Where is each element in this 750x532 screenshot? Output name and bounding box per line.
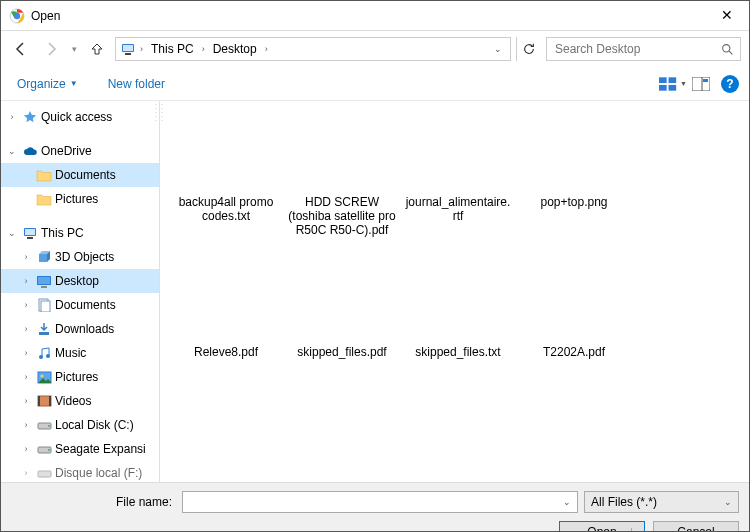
svg-rect-16 — [27, 237, 33, 239]
tree-onedrive[interactable]: ⌄OneDrive — [1, 139, 159, 163]
open-label: Open — [587, 525, 616, 532]
tree-label: Seagate Expansi — [55, 442, 146, 456]
tree-label: Downloads — [55, 322, 114, 336]
tree-this-pc[interactable]: ⌄This PC — [1, 221, 159, 245]
tree-label: Pictures — [55, 370, 98, 384]
address-bar[interactable]: › This PC › Desktop › ⌄ — [115, 37, 511, 61]
svg-rect-20 — [41, 286, 47, 288]
svg-rect-23 — [39, 332, 49, 335]
tree-disque-local[interactable]: ›Disque local (F:) — [1, 461, 159, 482]
close-button[interactable]: ✕ — [704, 1, 749, 31]
filename-dropdown[interactable]: ⌄ — [560, 497, 575, 507]
tree-label: Local Disk (C:) — [55, 418, 134, 432]
music-icon — [35, 346, 53, 360]
tree-desktop[interactable]: ›Desktop — [1, 269, 159, 293]
tree-documents[interactable]: ›Documents — [1, 293, 159, 317]
tree-label: Pictures — [55, 192, 98, 206]
tree-downloads[interactable]: ›Downloads — [1, 317, 159, 341]
search-box[interactable] — [546, 37, 741, 61]
tree-local-disk-c[interactable]: ›Local Disk (C:) — [1, 413, 159, 437]
splitter[interactable]: · ·· ·· ·· ·· · — [159, 101, 160, 482]
tree-pictures[interactable]: ›Pictures — [1, 365, 159, 389]
svg-rect-15 — [25, 229, 35, 235]
file-name: journal_alimentaire.rtf — [400, 193, 516, 225]
tree-quick-access[interactable]: ›Quick access — [1, 105, 159, 129]
svg-point-27 — [40, 374, 43, 377]
file-name: backup4all promo codes.txt — [168, 193, 284, 225]
objects3d-icon — [35, 250, 53, 264]
organize-label: Organize — [17, 77, 66, 91]
breadcrumb-sep[interactable]: › — [265, 44, 268, 54]
tree-label: Desktop — [55, 274, 99, 288]
svg-rect-3 — [123, 45, 133, 51]
tree-label: 3D Objects — [55, 250, 114, 264]
up-button[interactable] — [85, 37, 109, 61]
desktop-icon — [35, 275, 53, 288]
svg-rect-8 — [669, 77, 677, 83]
nav-row: ▾ › This PC › Desktop › ⌄ — [1, 31, 749, 67]
drive-icon — [35, 443, 53, 455]
tree-videos[interactable]: ›Videos — [1, 389, 159, 413]
file-name: skipped_files.pdf — [293, 343, 390, 361]
filename-combo[interactable]: ⌄ — [182, 491, 578, 513]
open-button[interactable]: Open▾ — [559, 521, 645, 532]
svg-rect-19 — [38, 277, 50, 284]
file-item[interactable]: skipped_files.pdf — [284, 263, 400, 413]
file-item[interactable]: pop+top.png — [516, 113, 632, 263]
preview-pane-button[interactable] — [687, 73, 715, 95]
file-item[interactable]: backup4all promo codes.txt — [168, 113, 284, 263]
svg-rect-22 — [41, 301, 50, 312]
file-item[interactable]: skipped_files.txt — [400, 263, 516, 413]
svg-rect-9 — [659, 84, 667, 90]
tree-onedrive-pictures[interactable]: Pictures — [1, 187, 159, 211]
star-icon — [21, 110, 39, 124]
help-button[interactable]: ? — [721, 75, 739, 93]
file-name: T2202A.pdf — [539, 343, 609, 361]
cloud-icon — [21, 144, 39, 158]
file-item[interactable]: Releve8.pdf — [168, 263, 284, 413]
tree-onedrive-documents[interactable]: Documents — [1, 163, 159, 187]
breadcrumb-thispc[interactable]: This PC — [147, 40, 198, 58]
refresh-button[interactable] — [516, 37, 540, 61]
address-history-dropdown[interactable]: ⌄ — [490, 44, 506, 54]
breadcrumb-desktop[interactable]: Desktop — [209, 40, 261, 58]
file-name: Releve8.pdf — [190, 343, 262, 361]
videos-icon — [35, 395, 53, 407]
tree-label: OneDrive — [41, 144, 92, 158]
cancel-button[interactable]: Cancel — [653, 521, 739, 532]
window-title: Open — [31, 9, 704, 23]
folder-icon — [35, 169, 53, 182]
tree-label: Videos — [55, 394, 91, 408]
svg-rect-30 — [49, 396, 51, 406]
organize-menu[interactable]: Organize▼ — [11, 73, 84, 95]
breadcrumb-sep[interactable]: › — [202, 44, 205, 54]
tree-seagate[interactable]: ›Seagate Expansi — [1, 437, 159, 461]
new-folder-button[interactable]: New folder — [102, 73, 171, 95]
downloads-icon — [35, 322, 53, 336]
open-split-dropdown[interactable]: ▾ — [631, 528, 640, 533]
tree-3d-objects[interactable]: ›3D Objects — [1, 245, 159, 269]
back-button[interactable] — [9, 37, 33, 61]
svg-rect-13 — [703, 79, 708, 82]
filename-input[interactable] — [185, 494, 560, 510]
search-input[interactable] — [553, 41, 715, 57]
svg-point-32 — [48, 425, 50, 427]
tree-music[interactable]: ›Music — [1, 341, 159, 365]
command-bar: Organize▼ New folder ▼ ? — [1, 67, 749, 101]
svg-rect-35 — [38, 471, 51, 477]
view-mode-button[interactable]: ▼ — [659, 73, 687, 95]
svg-point-24 — [39, 355, 43, 359]
file-list[interactable]: backup4all promo codes.txt HDD SCREW (to… — [160, 101, 749, 482]
file-item[interactable]: HDD SCREW (toshiba satellite pro R50C R5… — [284, 113, 400, 263]
filetype-filter[interactable]: All Files (*.*)⌄ — [584, 491, 739, 513]
file-name: skipped_files.txt — [411, 343, 504, 361]
forward-button[interactable] — [39, 37, 63, 61]
file-item[interactable]: journal_alimentaire.rtf — [400, 113, 516, 263]
chrome-icon — [9, 8, 25, 24]
file-item[interactable]: T2202A.pdf — [516, 263, 632, 413]
folder-icon — [35, 193, 53, 206]
breadcrumb-sep[interactable]: › — [140, 44, 143, 54]
pictures-icon — [35, 371, 53, 384]
recent-dropdown[interactable]: ▾ — [69, 44, 79, 54]
tree-label: Quick access — [41, 110, 112, 124]
